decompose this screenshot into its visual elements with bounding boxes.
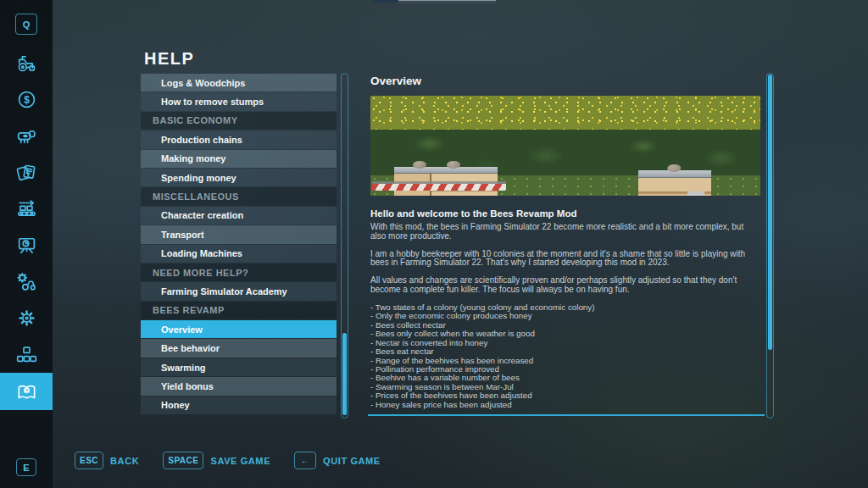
sidebar-icons: $ ?: [0, 45, 53, 410]
photo-beehive-left: [394, 167, 498, 196]
key-hint-back-arrow: ←: [294, 452, 316, 469]
top-hud-sliver: [373, 0, 398, 3]
key-hint-space: SPACE: [163, 452, 203, 469]
photo-hive-lid: [394, 167, 498, 174]
photo-rapeseed-field: [370, 96, 760, 133]
footer-button-label: QUIT GAME: [323, 456, 381, 466]
back-button[interactable]: ESCBACK: [75, 452, 139, 469]
sidebar-item-multiplayer[interactable]: [0, 336, 53, 373]
help-menu-item-production-chains[interactable]: Production chains: [141, 130, 337, 148]
photo-beehive-right: [638, 170, 711, 196]
help-menu-section-bees-revamp: BEES REVAMP: [141, 302, 337, 319]
help-menu: Logs & WoodchipsHow to remove stumpsBASI…: [141, 74, 337, 414]
cards-icon: [15, 161, 38, 184]
help-menu-item-swarming[interactable]: Swarming: [141, 358, 337, 376]
photo-hive-body: [638, 178, 711, 196]
photo-hive-label: [687, 191, 704, 196]
sidebar-item-finances[interactable]: $: [0, 81, 53, 118]
quit-game-button[interactable]: ←QUIT GAME: [294, 452, 381, 469]
help-menu-item-loading-machines[interactable]: Loading Machines: [141, 245, 337, 263]
footer-button-label: SAVE GAME: [210, 456, 270, 466]
help-menu-section-miscellaneous: MISCELLANEOUS: [141, 187, 337, 205]
photo-hive-lid: [638, 170, 711, 178]
presentation-chart-icon: [15, 234, 38, 257]
sidebar-item-settings[interactable]: [0, 300, 53, 336]
help-menu-item-honey[interactable]: Honey: [141, 396, 337, 414]
help-menu-item-character-creation[interactable]: Character creation: [141, 207, 337, 225]
photo-barrier-tape: [372, 184, 506, 191]
feature-list: - Two states of a colony (young colony a…: [370, 303, 760, 409]
photo-stone: [413, 161, 426, 169]
footer-button-label: BACK: [110, 456, 139, 466]
content-heading: Hello and welcome to the Bees Revamp Mod: [370, 208, 760, 219]
sidebar-item-help[interactable]: ?: [0, 373, 53, 410]
content-scrollbar-thumb[interactable]: [768, 75, 772, 350]
sidebar-item-production[interactable]: [0, 191, 53, 227]
sidebar-item-vehicles[interactable]: [0, 45, 53, 81]
feature-list-item: - Honey sales price has been adjusted: [370, 401, 760, 409]
help-menu-item-yield-bonus[interactable]: Yield bonus: [141, 377, 337, 395]
photo-stone: [667, 164, 681, 172]
beehives-photo: [370, 96, 760, 196]
help-menu-section-need-more-help: NEED MORE HELP?: [141, 263, 337, 281]
help-menu-item-bee-behavior[interactable]: Bee behavior: [141, 339, 337, 357]
content-title: Overview: [370, 75, 760, 87]
save-game-button[interactable]: SPACESAVE GAME: [163, 452, 270, 469]
help-book-icon: ?: [15, 380, 38, 403]
photo-stone: [447, 161, 460, 169]
svg-text:$: $: [24, 94, 30, 106]
help-menu-scrollbar-thumb[interactable]: [342, 333, 347, 415]
tractor-gear-icon: [15, 270, 38, 293]
content-paragraph-2: I am a hobby beekeeper with 10 colonies …: [370, 250, 757, 269]
content-bottom-edge: [368, 414, 765, 416]
sidebar-item-workshop[interactable]: [0, 263, 53, 300]
help-menu-section-basic-economy: BASIC ECONOMY: [141, 112, 337, 130]
content-paragraph-1: With this mod, the bees in Farming Simul…: [370, 223, 757, 241]
help-menu-item-farming-simulator-academy[interactable]: Farming Simulator Academy: [141, 282, 337, 300]
page-title: HELP: [144, 49, 194, 69]
content-scrollbar[interactable]: [766, 73, 774, 419]
help-menu-item-transport[interactable]: Transport: [141, 225, 337, 243]
key-hint-q-label: Q: [23, 19, 31, 30]
top-hud-sliver-light: [398, 0, 496, 3]
help-menu-item-overview[interactable]: Overview: [141, 320, 337, 338]
cow-icon: [15, 125, 38, 147]
network-icon: [15, 343, 38, 366]
key-hint-q: Q: [15, 14, 37, 35]
sidebar-item-contracts[interactable]: [0, 154, 53, 191]
main-menu-sidebar: Q $: [0, 0, 53, 488]
help-menu-item-logs-woodchips[interactable]: Logs & Woodchips: [141, 74, 337, 92]
help-menu-item-spending-money[interactable]: Spending money: [141, 169, 337, 186]
gear-icon: [15, 307, 38, 330]
footer-bar: ESCBACKSPACESAVE GAME←QUIT GAME: [75, 452, 381, 469]
coin-dollar-icon: $: [15, 88, 38, 111]
help-content: Overview Hello and welcome to the Bees R…: [370, 75, 760, 409]
svg-text:?: ?: [25, 387, 28, 393]
help-screen: Q $: [0, 0, 868, 488]
content-paragraph-3: All values and changes are scientificall…: [370, 276, 757, 295]
help-menu-scrollbar[interactable]: [341, 73, 348, 419]
key-hint-esc: ESC: [75, 452, 103, 469]
key-hint-e: E: [16, 458, 36, 476]
conveyor-arrow-icon: [15, 197, 38, 220]
sidebar-item-animals[interactable]: [0, 118, 53, 154]
help-menu-item-how-to-remove-stumps[interactable]: How to remove stumps: [141, 92, 337, 110]
tractor-icon: [15, 52, 38, 75]
help-menu-item-making-money[interactable]: Making money: [141, 150, 337, 168]
feature-list-item: - Bees eat nectar: [370, 347, 760, 356]
sidebar-item-statistics[interactable]: [0, 227, 53, 263]
key-hint-e-label: E: [23, 463, 29, 473]
